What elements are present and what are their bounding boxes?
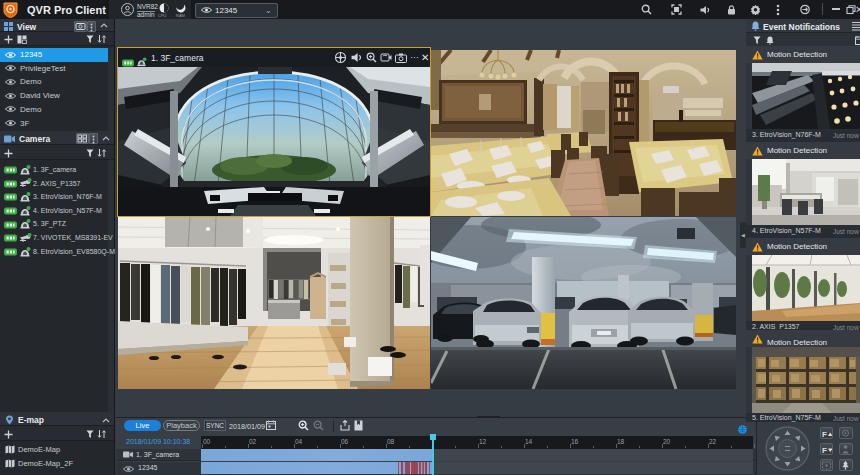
svg-text:F: F: [822, 445, 827, 454]
svg-text:F: F: [822, 429, 827, 438]
